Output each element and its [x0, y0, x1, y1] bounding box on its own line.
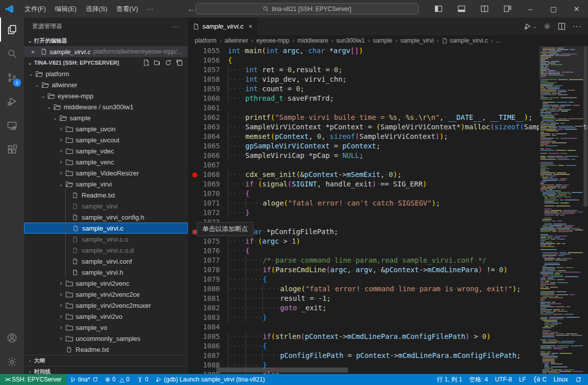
cursor-position[interactable]: 行 1, 列 1	[433, 374, 466, 385]
tree-item-sample-uvcin[interactable]: ›sample_uvcin	[24, 123, 188, 134]
tree-item-eyesee-mpp[interactable]: ⌄eyesee-mpp	[24, 90, 188, 101]
tree-item-sample-virvi-conf[interactable]: sample_virvi.conf	[24, 256, 188, 267]
tree-item-readme-txt[interactable]: Readme.txt	[24, 189, 188, 201]
problems-indicator[interactable]: ⊗ 0 △ 0	[102, 374, 133, 385]
maximize-button[interactable]: ▢	[542, 0, 565, 18]
activity-source-control-icon[interactable]: 1	[0, 66, 24, 90]
account-icon[interactable]	[0, 326, 24, 350]
new-folder-icon[interactable]	[154, 59, 161, 66]
outline-section[interactable]: ›大纲	[24, 355, 188, 366]
code-line-1081[interactable]: 1081············result·=·-1;	[188, 294, 588, 303]
code-line-1063[interactable]: 1063····SampleVirViContext·*pContext·=·(…	[188, 122, 588, 132]
close-button[interactable]: ✕	[565, 0, 588, 18]
tree-item-sample-virvi2venc[interactable]: ›sample_virvi2venc	[24, 278, 188, 289]
code-line-1057[interactable]: 1057····int·ret·=·0,result·=·0;	[188, 65, 588, 75]
breadcrumb-eyesee-mpp[interactable]: eyesee-mpp	[256, 37, 289, 44]
menu-more[interactable]: ···	[143, 0, 158, 18]
timeline-section[interactable]: ›时间线	[24, 366, 188, 374]
activity-extensions-icon[interactable]	[0, 138, 24, 162]
code-line-1070[interactable]: 1070····{	[188, 189, 588, 199]
menu-file[interactable]: 文件(F)	[20, 0, 51, 18]
code-line-1060[interactable]: 1060····pthread_t·saveFrmTrd;	[188, 94, 588, 103]
tree-item-sample-uvcout[interactable]: ›sample_uvcout	[24, 134, 188, 145]
toggle-panel-icon[interactable]	[450, 0, 473, 18]
tree-item-sample-virvi-c[interactable]: sample_virvi.c	[24, 223, 188, 234]
breadcrumb-sample-virvi-c[interactable]: sample_virvi.c	[442, 37, 488, 44]
nav-back-icon[interactable]: ←	[187, 5, 195, 14]
code-line-1058[interactable]: 1058····int·vipp_dev,·virvi_chn;	[188, 75, 588, 84]
tree-item-sample-virvi-c-o-d[interactable]: sample_virvi.c.o.d	[24, 245, 188, 256]
tree-item-sample-videoresizer[interactable]: ›sample_VideoResizer	[24, 167, 188, 178]
menu-edit[interactable]: 编辑(E)	[51, 0, 81, 18]
branch-indicator[interactable]: tina*	[67, 374, 102, 385]
minimize-button[interactable]: –	[519, 0, 542, 18]
tree-item-sample-virvi-c-o[interactable]: sample_virvi.c.o	[24, 234, 188, 245]
activity-remote-explorer-icon[interactable]	[0, 114, 24, 138]
tree-item-middleware-sun300iw1[interactable]: ⌄middleware / sun300iw1	[24, 101, 188, 112]
open-editors-header[interactable]: ⌄打开的编辑器	[24, 35, 188, 46]
tab-sample-virvi-c[interactable]: sample_virvi.c ×	[188, 18, 257, 35]
tab-close-icon[interactable]: ×	[248, 23, 252, 30]
code-line-1083[interactable]: 1083········}	[188, 313, 588, 322]
toggle-secondary-sidebar-icon[interactable]	[473, 0, 496, 18]
code-line-1087[interactable]: 1087············pConfigFilePath·=·pConte…	[188, 351, 588, 360]
tree-item-allwinner[interactable]: ⌄allwinner	[24, 79, 188, 90]
tree-item-sample[interactable]: ⌄sample	[24, 112, 188, 123]
breadcrumb-sample[interactable]: sample	[373, 37, 393, 44]
breadcrumb-sun300iw1[interactable]: sun300iw1	[336, 37, 365, 44]
editor-settings-gear-icon[interactable]	[543, 23, 551, 30]
code-line-1056[interactable]: 1056{	[188, 56, 588, 65]
code-line-1079[interactable]: 1079········{	[188, 275, 588, 284]
code-line-1055[interactable]: 1055int·main(int·argc,·char·*argv[])	[188, 46, 588, 56]
code-line-1080[interactable]: 1080············aloge("fatal·error!·comm…	[188, 284, 588, 294]
code-line-1059[interactable]: 1059····int·count·=·0;	[188, 84, 588, 94]
code-line-1076[interactable]: 1076····{	[188, 246, 588, 256]
code-line-1085[interactable]: 1085········if(strlen(pContext->mCmdLine…	[188, 332, 588, 341]
code-line-1084[interactable]: 1084	[188, 322, 588, 332]
split-editor-icon[interactable]	[558, 23, 565, 30]
debug-launch-indicator[interactable]: (gdb) Launch sample_virvi (tina-v821)	[152, 374, 268, 385]
code-line-1067[interactable]: 1067	[188, 160, 588, 170]
run-debug-dropdown-icon[interactable]: ⌄	[523, 23, 536, 31]
code-line-1069[interactable]: 1069····if·(signal(SIGINT,·handle_exit)·…	[188, 179, 588, 189]
tree-item-sample-virvi[interactable]: sample_virvi	[24, 201, 188, 212]
breadcrumb-allwinner[interactable]: allwinner	[224, 37, 248, 44]
vertical-scrollbar[interactable]	[583, 46, 588, 374]
editor-more-icon[interactable]: ···	[572, 22, 582, 31]
tree-item-platform[interactable]: ⌄platform	[24, 68, 188, 79]
breadcrumb-platform[interactable]: platform	[195, 37, 216, 44]
ports-indicator[interactable]: 0	[133, 374, 152, 385]
tree-item-uncommonly-samples[interactable]: ›uncommonly_samples	[24, 333, 188, 344]
close-editor-icon[interactable]: ×	[31, 48, 38, 56]
workspace-header[interactable]: ⌄TINA-V821 [SSH: EPYCSERVER]	[24, 57, 188, 68]
eol-sequence[interactable]: LF	[515, 374, 529, 385]
menu-view[interactable]: 查看(V)	[112, 0, 142, 18]
tree-item-sample-venc[interactable]: ›sample_venc	[24, 156, 188, 167]
open-editor-item[interactable]: × sample_virvi.c platform/allwinner/eyes…	[24, 46, 188, 57]
code-line-1072[interactable]: 1072····}	[188, 208, 588, 218]
indentation[interactable]: 空格: 4	[466, 374, 491, 385]
activity-run-debug-icon[interactable]	[0, 90, 24, 114]
language-mode[interactable]: {ὰ C	[529, 374, 550, 385]
code-line-1065[interactable]: 1065····gpSampleVirViContext·=·pContext;	[188, 141, 588, 151]
code-line-1066[interactable]: 1066····SampleVirviCap·*pCap·=·NULL;	[188, 151, 588, 160]
tree-item-readme-txt[interactable]: Readme.txt	[24, 344, 188, 355]
new-file-icon[interactable]	[143, 59, 150, 66]
activity-search-icon[interactable]	[0, 42, 24, 66]
menu-selection[interactable]: 选择(S)	[81, 0, 112, 18]
tree-item-sample-virvi2venc2muxer[interactable]: ›sample_virvi2venc2muxer	[24, 300, 188, 311]
os-indicator[interactable]: Linux	[550, 374, 571, 385]
activity-explorer-icon[interactable]	[0, 18, 24, 42]
code-line-1082[interactable]: 1082············goto·_exit;	[188, 303, 588, 313]
tree-item-sample-virvi2venc2ce[interactable]: ›sample_virvi2venc2ce	[24, 289, 188, 300]
code-line-1078[interactable]: 1078········if(ParseCmdLine(argc,·argv,·…	[188, 265, 588, 275]
code-line-1077[interactable]: 1077········/*·parse·command·line·param,…	[188, 256, 588, 265]
code-line-1062[interactable]: 1062····printf("Sample·virvi·buile·time·…	[188, 113, 588, 122]
tree-item-sample-virvi-config-h[interactable]: sample_virvi_config.h	[24, 212, 188, 223]
tree-item-sample-virvi-h[interactable]: sample_virvi.h	[24, 267, 188, 278]
sidebar-more-icon[interactable]: ···	[172, 23, 180, 30]
code-line-1064[interactable]: 1064····memset(pContext,·0,·sizeof(Sampl…	[188, 132, 588, 141]
code-line-1068[interactable]: 1068····cdx_sem_init(&pContext->mSemExit…	[188, 170, 588, 179]
tree-item-sample-vo[interactable]: ›sample_vo	[24, 322, 188, 333]
refresh-icon[interactable]	[165, 59, 172, 66]
